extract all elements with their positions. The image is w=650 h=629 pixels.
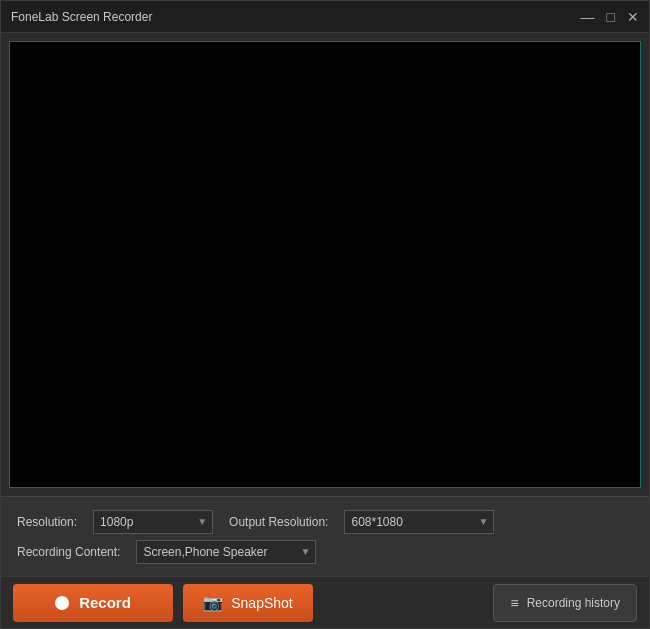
history-button-label: Recording history: [527, 596, 620, 610]
history-button[interactable]: ≡ Recording history: [493, 584, 637, 622]
output-resolution-label: Output Resolution:: [229, 515, 328, 529]
bottom-bar: Record 📷 SnapShot ≡ Recording history: [1, 576, 649, 628]
record-button-label: Record: [79, 594, 131, 611]
window-controls: — □ ✕: [581, 10, 639, 24]
minimize-button[interactable]: —: [581, 10, 595, 24]
close-button[interactable]: ✕: [627, 10, 639, 24]
snapshot-button-label: SnapShot: [231, 595, 293, 611]
maximize-button[interactable]: □: [607, 10, 615, 24]
resolution-select[interactable]: 720p 1080p 4K: [93, 510, 213, 534]
list-icon: ≡: [510, 595, 518, 611]
record-button[interactable]: Record: [13, 584, 173, 622]
main-window: FoneLab Screen Recorder — □ ✕ Resolution…: [0, 0, 650, 629]
record-dot-icon: [55, 596, 69, 610]
recording-content-label: Recording Content:: [17, 545, 120, 559]
camera-icon: 📷: [203, 593, 223, 612]
recording-content-select[interactable]: Screen,Phone Speaker Screen Only Screen,…: [136, 540, 316, 564]
app-title: FoneLab Screen Recorder: [11, 10, 152, 24]
recording-content-select-wrapper: Screen,Phone Speaker Screen Only Screen,…: [136, 540, 316, 564]
title-bar: FoneLab Screen Recorder — □ ✕: [1, 1, 649, 33]
controls-row-1: Resolution: 720p 1080p 4K ▼ Output Resol…: [17, 510, 633, 534]
output-resolution-select-wrapper: 608*1080 1920*1080 1280*720 ▼: [344, 510, 494, 534]
resolution-label: Resolution:: [17, 515, 77, 529]
resolution-select-wrapper: 720p 1080p 4K ▼: [93, 510, 213, 534]
controls-panel: Resolution: 720p 1080p 4K ▼ Output Resol…: [1, 496, 649, 576]
snapshot-button[interactable]: 📷 SnapShot: [183, 584, 313, 622]
output-resolution-select[interactable]: 608*1080 1920*1080 1280*720: [344, 510, 494, 534]
controls-row-2: Recording Content: Screen,Phone Speaker …: [17, 540, 633, 564]
preview-area: [9, 41, 641, 488]
